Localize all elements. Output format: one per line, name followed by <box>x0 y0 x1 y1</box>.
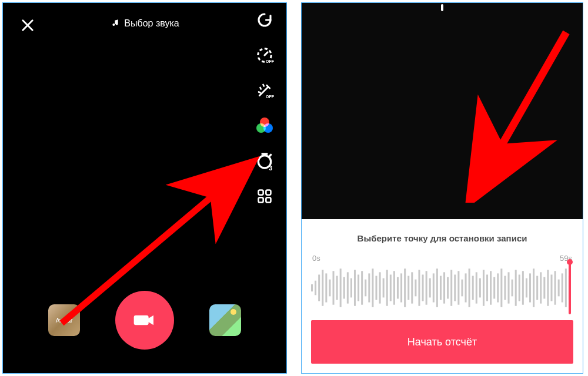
svg-rect-62 <box>504 276 506 300</box>
svg-rect-34 <box>404 268 406 307</box>
svg-rect-56 <box>483 270 485 306</box>
svg-rect-54 <box>476 272 477 303</box>
svg-rect-55 <box>479 278 481 298</box>
svg-rect-47 <box>450 270 452 306</box>
svg-rect-13 <box>329 280 330 297</box>
svg-rect-2 <box>259 190 263 195</box>
filters-button[interactable] <box>255 116 275 136</box>
svg-rect-18 <box>347 272 349 303</box>
sound-select-button[interactable]: Выбор звука <box>110 18 179 29</box>
svg-rect-5 <box>266 197 270 202</box>
effects-thumbnail[interactable]: Avatar <box>48 304 80 336</box>
waveform-scrubber[interactable] <box>311 264 573 312</box>
svg-rect-72 <box>540 272 542 303</box>
svg-rect-60 <box>497 273 499 302</box>
svg-rect-68 <box>526 278 527 298</box>
effects-thumbnail-label: Avatar <box>56 317 73 324</box>
svg-rect-37 <box>415 280 416 297</box>
svg-rect-45 <box>443 272 445 303</box>
svg-rect-64 <box>512 280 513 297</box>
svg-rect-76 <box>554 271 556 304</box>
timer-sheet-screen: Выберите точку для остановки записи 0s 5… <box>301 2 583 374</box>
side-toolbar: OFF OFF 3 <box>255 10 275 206</box>
camera-screen: Выбор звука OFF OFF 3 Avatar <box>2 2 287 374</box>
svg-rect-67 <box>522 271 524 304</box>
svg-rect-66 <box>519 274 520 301</box>
close-icon <box>19 17 36 33</box>
svg-rect-53 <box>472 276 474 300</box>
speed-button[interactable]: OFF <box>255 45 275 65</box>
svg-rect-58 <box>490 271 492 304</box>
svg-rect-24 <box>368 273 370 302</box>
svg-rect-79 <box>565 268 567 307</box>
beauty-off-badge: OFF <box>265 95 275 99</box>
timer-range-start: 0s <box>312 254 320 263</box>
top-indicator <box>441 4 443 11</box>
flip-camera-button[interactable] <box>255 10 275 30</box>
svg-rect-70 <box>533 268 534 307</box>
svg-rect-49 <box>457 271 459 304</box>
svg-rect-71 <box>536 276 538 300</box>
close-button[interactable] <box>19 17 36 33</box>
svg-rect-12 <box>325 273 327 302</box>
svg-rect-48 <box>454 274 456 301</box>
svg-rect-73 <box>543 277 545 299</box>
svg-rect-40 <box>426 271 427 304</box>
svg-rect-30 <box>390 274 392 301</box>
timer-dim-backdrop <box>302 3 583 220</box>
svg-rect-63 <box>508 272 510 303</box>
svg-rect-31 <box>393 271 395 304</box>
svg-rect-46 <box>447 277 449 299</box>
svg-rect-51 <box>465 273 467 302</box>
timer-seconds-badge: 3 <box>269 165 272 172</box>
timer-range-labels: 0s 59s <box>311 254 573 263</box>
svg-rect-32 <box>397 277 399 299</box>
svg-rect-20 <box>354 270 356 306</box>
svg-rect-44 <box>440 276 442 300</box>
svg-rect-25 <box>372 268 373 307</box>
svg-rect-19 <box>350 278 352 298</box>
svg-rect-75 <box>550 274 552 301</box>
timer-button[interactable]: 3 <box>255 151 275 171</box>
timer-sheet: Выберите точку для остановки записи 0s 5… <box>302 219 583 373</box>
upload-thumbnail[interactable] <box>209 304 241 336</box>
music-note-icon <box>110 19 119 28</box>
svg-rect-27 <box>379 272 381 303</box>
record-button[interactable] <box>115 291 174 350</box>
svg-rect-26 <box>375 276 377 300</box>
svg-rect-38 <box>418 270 420 306</box>
svg-rect-15 <box>336 276 338 300</box>
svg-rect-22 <box>361 271 363 304</box>
start-countdown-button[interactable]: Начать отсчёт <box>311 320 573 364</box>
svg-rect-10 <box>318 274 320 301</box>
svg-rect-36 <box>411 272 413 303</box>
waveform-icon <box>311 264 573 312</box>
grid-icon <box>256 188 273 204</box>
svg-rect-29 <box>386 270 388 306</box>
svg-rect-11 <box>322 270 323 306</box>
flip-icon <box>256 11 273 29</box>
svg-rect-28 <box>383 278 385 298</box>
svg-rect-43 <box>436 268 438 307</box>
start-countdown-label: Начать отсчёт <box>407 336 477 348</box>
svg-rect-52 <box>469 268 470 307</box>
camera-top-bar: Выбор звука <box>3 9 286 32</box>
svg-rect-21 <box>358 274 359 301</box>
svg-rect-61 <box>500 268 502 307</box>
svg-rect-33 <box>400 273 402 302</box>
more-tools-button[interactable] <box>255 186 275 206</box>
stop-point-handle[interactable] <box>567 261 572 314</box>
svg-rect-16 <box>340 268 342 307</box>
beauty-button[interactable]: OFF <box>255 80 275 100</box>
svg-rect-78 <box>562 273 563 302</box>
svg-rect-9 <box>315 281 316 296</box>
svg-rect-77 <box>558 280 560 297</box>
svg-rect-50 <box>461 280 463 297</box>
svg-rect-74 <box>547 270 549 306</box>
svg-rect-14 <box>332 271 334 304</box>
svg-rect-3 <box>266 190 270 195</box>
timer-sheet-title: Выберите точку для остановки записи <box>311 233 573 243</box>
filters-rgb-icon <box>256 118 273 134</box>
sound-select-label: Выбор звука <box>124 18 179 29</box>
svg-rect-39 <box>422 274 424 301</box>
